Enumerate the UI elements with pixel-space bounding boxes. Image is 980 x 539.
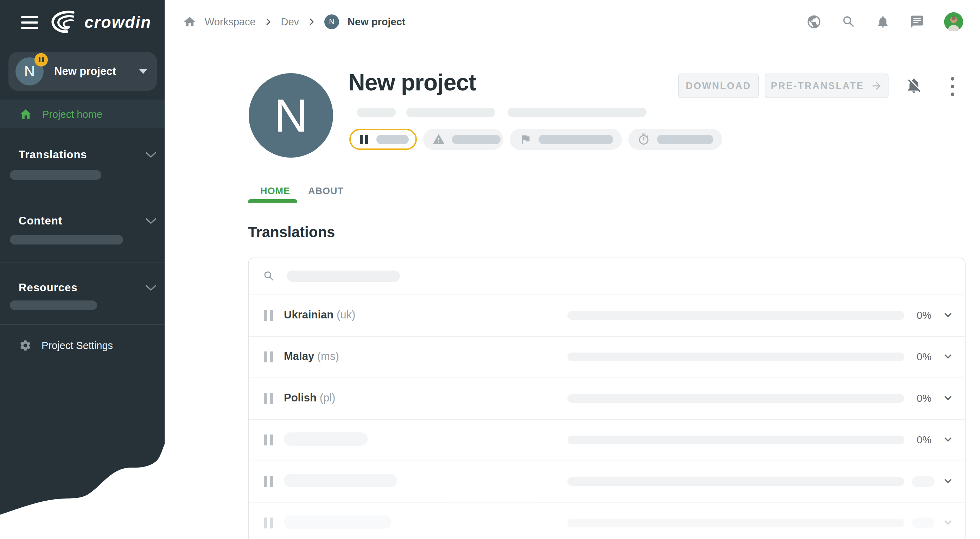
skeleton-loader	[912, 476, 935, 487]
status-chip-activity[interactable]	[628, 129, 722, 150]
project-avatar-large: N	[249, 73, 333, 157]
search-icon	[263, 270, 275, 283]
sidebar-section-translations[interactable]: Translations	[0, 146, 165, 164]
crowdin-wordmark: crowdin	[84, 13, 151, 32]
chevron-down-icon[interactable]	[941, 391, 955, 405]
crowdin-logo[interactable]: crowdin	[50, 10, 151, 35]
hamburger-menu-icon[interactable]	[21, 16, 38, 29]
section-label: Resources	[19, 281, 145, 294]
chevron-down-icon[interactable]	[941, 432, 955, 447]
chevron-down-icon	[145, 284, 157, 292]
skeleton-loader	[10, 301, 97, 310]
tab-about[interactable]: ABOUT	[308, 186, 344, 197]
language-row-polish[interactable]: Polish (pl) 0%	[249, 377, 965, 419]
skeleton-loader	[284, 432, 368, 446]
arrow-right-icon	[870, 80, 883, 92]
progress-percent: 0%	[910, 310, 938, 321]
sidebar-item-label: Project Settings	[41, 340, 113, 351]
chevron-down-icon[interactable]	[941, 349, 955, 363]
sidebar-section-content[interactable]: Content	[0, 212, 165, 230]
status-chip-paused[interactable]	[349, 129, 417, 150]
language-row-malay[interactable]: Malay (ms) 0%	[249, 336, 965, 377]
translations-card: Ukrainian (uk) 0% Malay (ms) 0% Polish (…	[248, 258, 966, 539]
more-options-button[interactable]	[949, 77, 956, 96]
sidebar: crowdin N New project Project home Trans…	[0, 0, 165, 539]
language-row-loading[interactable]	[249, 461, 965, 502]
project-selector[interactable]: N New project	[8, 52, 157, 91]
section-label: Translations	[19, 148, 145, 161]
skeleton-loader	[912, 518, 935, 528]
progress-percent: 0%	[910, 434, 938, 446]
chevron-down-icon	[145, 151, 157, 159]
pause-icon	[264, 393, 273, 404]
project-paused-badge-icon	[35, 53, 48, 67]
divider	[0, 324, 165, 325]
breadcrumb-project-avatar: N	[325, 14, 339, 29]
sidebar-section-resources[interactable]: Resources	[0, 279, 165, 297]
pause-icon	[264, 518, 273, 528]
breadcrumb-dev[interactable]: Dev	[281, 16, 299, 28]
sidebar-wave-decoration	[0, 440, 165, 539]
chevron-right-icon	[264, 17, 273, 26]
globe-icon[interactable]	[806, 14, 822, 30]
chevron-down-icon[interactable]	[941, 515, 955, 529]
pre-translate-button[interactable]: PRE-TRANSLATE	[765, 73, 889, 98]
sidebar-item-project-settings[interactable]: Project Settings	[0, 333, 165, 358]
progress-bar	[567, 436, 904, 444]
divider	[0, 262, 165, 262]
tab-home[interactable]: HOME	[260, 186, 290, 197]
pause-icon	[264, 434, 273, 445]
progress-bar	[567, 311, 904, 320]
project-selector-name: New project	[54, 65, 139, 78]
skeleton-loader	[452, 135, 501, 144]
skeleton-loader	[406, 108, 495, 117]
skeleton-loader	[657, 135, 713, 144]
divider	[0, 196, 165, 196]
skeleton-loader	[284, 474, 397, 487]
skeleton-loader	[284, 515, 391, 529]
language-row-loading[interactable]: 0%	[249, 419, 965, 461]
skeleton-loader	[357, 108, 396, 117]
bell-off-icon	[905, 77, 923, 94]
sidebar-item-project-home[interactable]: Project home	[0, 100, 165, 129]
mute-notifications-button[interactable]	[904, 76, 924, 95]
section-label: Content	[19, 215, 145, 227]
skeleton-loader	[376, 135, 409, 144]
progress-percent: 0%	[910, 393, 938, 404]
user-avatar[interactable]	[944, 12, 963, 31]
breadcrumb-current-project[interactable]: New project	[348, 16, 405, 28]
home-icon	[19, 108, 32, 121]
chevron-down-icon	[145, 217, 157, 225]
translations-section-title: Translations	[248, 224, 335, 241]
skeleton-loader	[287, 270, 400, 282]
status-chip-languages[interactable]	[510, 129, 622, 150]
bell-icon[interactable]	[876, 15, 890, 29]
divider	[165, 203, 980, 204]
chevron-down-icon[interactable]	[941, 308, 955, 322]
topbar-actions	[806, 12, 963, 31]
language-row-loading[interactable]	[249, 502, 965, 539]
breadcrumb-workspace[interactable]: Workspace	[205, 16, 256, 28]
home-icon[interactable]	[183, 15, 196, 29]
page-title: New project	[348, 69, 476, 96]
chat-icon[interactable]	[910, 14, 924, 29]
pause-icon	[360, 135, 368, 144]
sidebar-item-label: Project home	[42, 109, 102, 120]
language-search-input[interactable]	[249, 258, 965, 294]
skeleton-loader	[539, 135, 613, 144]
download-button[interactable]: DOWNLOAD	[678, 73, 759, 98]
status-chip-issues[interactable]	[423, 129, 503, 150]
progress-bar	[567, 394, 904, 403]
skeleton-loader	[10, 235, 123, 245]
skeleton-loader	[10, 170, 101, 180]
language-row-ukrainian[interactable]: Ukrainian (uk) 0%	[249, 294, 965, 336]
pause-icon	[264, 310, 273, 321]
pause-icon	[264, 476, 273, 487]
chevron-down-icon[interactable]	[941, 474, 955, 488]
stopwatch-icon	[637, 133, 650, 146]
search-icon[interactable]	[842, 14, 856, 29]
progress-bar	[567, 518, 904, 527]
warning-icon	[432, 133, 445, 146]
progress-bar	[567, 353, 904, 361]
pause-icon	[264, 351, 273, 363]
